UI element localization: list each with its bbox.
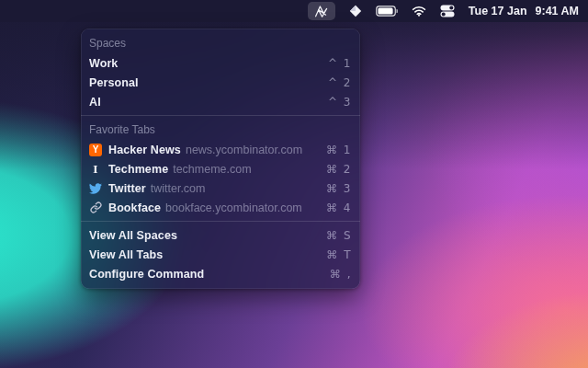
menu-item-configure-command[interactable]: Configure Command ⌘ , <box>81 264 360 283</box>
tab-url: bookface.ycombinator.com <box>165 201 302 214</box>
menu-item-label: View All Spaces <box>89 229 177 242</box>
wifi-icon[interactable] <box>412 6 426 17</box>
menu-item-twitter[interactable]: Twitter twitter.com ⌘ 3 <box>81 178 360 198</box>
menu-item-shortcut: ^ 1 <box>328 57 352 70</box>
menu-item-techmeme[interactable]: I Techmeme techmeme.com ⌘ 2 <box>81 159 360 178</box>
tab-label: Hacker News <box>108 144 181 156</box>
tab-label: Techmeme <box>108 163 168 176</box>
menu-item-hacker-news[interactable]: Y Hacker News news.ycombinator.com ⌘ 1 <box>81 140 360 159</box>
menu-item-label: Work <box>89 57 118 70</box>
menu-item-shortcut: ⌘ , <box>330 268 352 281</box>
menu-item-shortcut: ⌘ 4 <box>326 201 352 214</box>
menu-item-shortcut: ⌘ S <box>326 229 352 242</box>
menu-item-view-all-tabs[interactable]: View All Tabs ⌘ T <box>81 245 360 264</box>
hacker-news-favicon: Y <box>89 144 102 156</box>
tab-label: Twitter <box>108 182 146 195</box>
tab-label: Bookface <box>108 201 161 214</box>
menu-bar: Tue 17 Jan 9:41 AM <box>0 0 588 22</box>
menu-item-shortcut: ^ 2 <box>328 76 352 89</box>
menubar-date: Tue 17 Jan <box>469 5 527 17</box>
menu-item-shortcut: ⌘ 3 <box>326 182 352 195</box>
techmeme-favicon: I <box>89 163 102 176</box>
menu-item-shortcut: ^ 3 <box>328 96 352 109</box>
favorite-tabs-section-header: Favorite Tabs <box>81 120 360 140</box>
control-center-icon[interactable] <box>440 5 455 17</box>
menu-item-view-all-spaces[interactable]: View All Spaces ⌘ S <box>81 225 360 245</box>
menu-item-ai[interactable]: AI ^ 3 <box>81 92 360 111</box>
menu-item-work[interactable]: Work ^ 1 <box>81 53 360 73</box>
menubar-time: 9:41 AM <box>536 5 579 17</box>
menu-item-personal[interactable]: Personal ^ 2 <box>81 73 360 92</box>
tab-url: news.ycombinator.com <box>186 144 302 156</box>
twitter-favicon <box>89 182 102 195</box>
tab-url: techmeme.com <box>173 163 251 176</box>
tab-url: twitter.com <box>151 182 206 195</box>
menu-separator <box>81 115 360 116</box>
menu-item-shortcut: ⌘ 1 <box>326 144 352 156</box>
menu-item-shortcut: ⌘ T <box>326 248 352 261</box>
menu-item-bookface[interactable]: Bookface bookface.ycombinator.com ⌘ 4 <box>81 198 360 217</box>
arc-command-menu: Spaces Work ^ 1 Personal ^ 2 AI ^ 3 Favo… <box>81 29 360 289</box>
link-favicon <box>89 201 102 214</box>
spaces-section-header: Spaces <box>81 33 360 53</box>
menu-item-label: Personal <box>89 76 139 89</box>
menu-separator <box>81 221 360 222</box>
menu-item-label: Configure Command <box>89 268 204 281</box>
menubar-clock[interactable]: Tue 17 Jan 9:41 AM <box>469 5 579 17</box>
battery-icon[interactable] <box>376 6 398 17</box>
arc-logo-icon <box>313 5 329 18</box>
kite-menubar-icon[interactable] <box>349 5 362 17</box>
menu-item-shortcut: ⌘ 2 <box>326 163 352 176</box>
menu-item-label: AI <box>89 96 101 109</box>
arc-menubar-button[interactable] <box>308 2 335 20</box>
menu-item-label: View All Tabs <box>89 248 163 261</box>
